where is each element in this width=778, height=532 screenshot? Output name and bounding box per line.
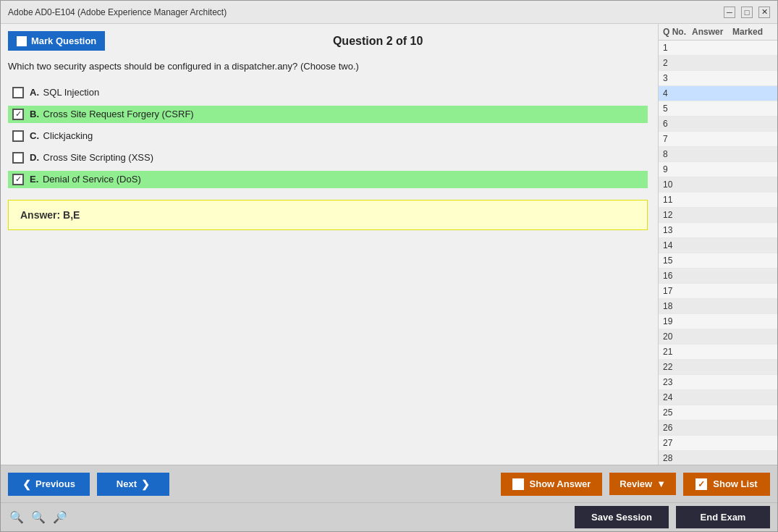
- session-buttons: Save Session End Exam: [575, 506, 770, 528]
- question-list-item-8[interactable]: 8: [659, 147, 777, 162]
- answer-box: Answer: B,E: [8, 200, 648, 230]
- qnum-15: 15: [663, 256, 692, 266]
- top-bar: Mark Question Question 2 of 10: [8, 31, 651, 51]
- previous-button[interactable]: ❮ Previous: [8, 473, 90, 496]
- qnum-17: 17: [663, 286, 692, 296]
- title-bar: Adobe AD0-E104 (Adobe Experience Manager…: [1, 1, 777, 24]
- option-c[interactable]: C. Clickjacking: [8, 127, 648, 145]
- question-list-item-1[interactable]: 1: [659, 41, 777, 56]
- question-list-item-14[interactable]: 14: [659, 238, 777, 253]
- option-c-text: C. Clickjacking: [30, 130, 93, 141]
- option-e-checkbox[interactable]: [12, 174, 24, 185]
- question-list-item-6[interactable]: 6: [659, 117, 777, 132]
- previous-label: Previous: [35, 478, 75, 489]
- option-b-text: B. Cross Site Request Forgery (CSRF): [30, 109, 194, 119]
- question-list-item-27[interactable]: 27: [659, 436, 777, 451]
- qnum-8: 8: [663, 149, 692, 159]
- question-list-item-28[interactable]: 28: [659, 451, 777, 465]
- mark-question-label: Mark Question: [31, 35, 96, 46]
- option-a[interactable]: A. SQL Injection: [8, 84, 648, 101]
- prev-arrow-icon: ❮: [22, 478, 31, 490]
- qnum-22: 22: [663, 362, 692, 372]
- show-list-button[interactable]: Show List: [683, 473, 770, 496]
- qnum-16: 16: [663, 271, 692, 281]
- mark-checkbox-icon: [17, 36, 27, 46]
- question-list-item-10[interactable]: 10: [659, 177, 777, 193]
- qnum-4: 4: [663, 88, 692, 98]
- question-list-item-12[interactable]: 12: [659, 208, 777, 223]
- question-list-item-17[interactable]: 17: [659, 284, 777, 299]
- option-b-checkbox[interactable]: [12, 109, 24, 120]
- option-e[interactable]: E. Denial of Service (DoS): [8, 171, 648, 188]
- end-exam-button[interactable]: End Exam: [676, 506, 770, 528]
- next-button[interactable]: Next ❯: [97, 473, 169, 496]
- qnum-11: 11: [663, 195, 692, 205]
- question-list-item-7[interactable]: 7: [659, 132, 777, 147]
- question-list[interactable]: 1234567891011121314151617181920212223242…: [659, 41, 777, 465]
- qnum-9: 9: [663, 164, 692, 174]
- right-panel: Q No. Answer Marked 12345678910111213141…: [658, 24, 777, 465]
- zoom-out-button[interactable]: 🔎: [51, 509, 69, 525]
- next-arrow-icon: ❯: [141, 478, 150, 490]
- qnum-10: 10: [663, 180, 692, 190]
- qnum-20: 20: [663, 332, 692, 342]
- show-list-check-icon: [695, 478, 707, 490]
- question-list-item-19[interactable]: 19: [659, 314, 777, 329]
- option-d[interactable]: D. Cross Site Scripting (XSS): [8, 149, 648, 166]
- question-list-item-21[interactable]: 21: [659, 345, 777, 360]
- qnum-25: 25: [663, 408, 692, 418]
- show-answer-button[interactable]: Show Answer: [501, 473, 603, 496]
- question-list-item-3[interactable]: 3: [659, 71, 777, 86]
- question-list-item-9[interactable]: 9: [659, 162, 777, 177]
- show-list-label: Show List: [713, 478, 757, 489]
- option-a-checkbox[interactable]: [12, 87, 24, 98]
- qnum-6: 6: [663, 119, 692, 129]
- bottom-session-bar: 🔍 🔍 🔎 Save Session End Exam: [1, 502, 777, 531]
- question-title: Question 2 of 10: [105, 35, 651, 48]
- end-exam-label: End Exam: [701, 512, 746, 523]
- option-d-checkbox[interactable]: [12, 152, 24, 164]
- question-list-item-4[interactable]: 4: [659, 86, 777, 101]
- zoom-in-button[interactable]: 🔍: [8, 509, 25, 525]
- question-list-item-18[interactable]: 18: [659, 299, 777, 314]
- qnum-14: 14: [663, 240, 692, 250]
- option-b[interactable]: B. Cross Site Request Forgery (CSRF): [8, 106, 648, 123]
- qnum-26: 26: [663, 423, 692, 433]
- col-answer: Answer: [692, 27, 732, 37]
- question-list-item-16[interactable]: 16: [659, 269, 777, 284]
- maximize-button[interactable]: □: [741, 7, 753, 18]
- review-button[interactable]: Review ▼: [609, 473, 676, 495]
- question-list-item-2[interactable]: 2: [659, 56, 777, 71]
- question-list-item-5[interactable]: 5: [659, 101, 777, 117]
- question-list-item-13[interactable]: 13: [659, 223, 777, 238]
- qnum-7: 7: [663, 134, 692, 144]
- main-content-area: Mark Question Question 2 of 10 Which two…: [1, 24, 777, 465]
- qnum-13: 13: [663, 225, 692, 235]
- question-list-item-26[interactable]: 26: [659, 421, 777, 436]
- question-list-item-25[interactable]: 25: [659, 405, 777, 421]
- zoom-reset-button[interactable]: 🔍: [30, 509, 47, 525]
- question-list-item-24[interactable]: 24: [659, 390, 777, 405]
- col-marked: Marked: [732, 27, 773, 37]
- option-c-checkbox[interactable]: [12, 130, 24, 142]
- qnum-18: 18: [663, 301, 692, 311]
- question-list-item-20[interactable]: 20: [659, 329, 777, 345]
- mark-question-button[interactable]: Mark Question: [8, 31, 105, 51]
- question-list-item-15[interactable]: 15: [659, 253, 777, 269]
- qnum-23: 23: [663, 377, 692, 387]
- window-title: Adobe AD0-E104 (Adobe Experience Manager…: [8, 7, 227, 17]
- question-list-item-23[interactable]: 23: [659, 375, 777, 390]
- minimize-button[interactable]: ─: [724, 7, 735, 18]
- question-text: Which two security aspects should be con…: [8, 59, 648, 74]
- save-session-button[interactable]: Save Session: [575, 506, 669, 528]
- show-answer-label: Show Answer: [530, 478, 591, 489]
- zoom-controls: 🔍 🔍 🔎: [8, 509, 69, 525]
- save-session-label: Save Session: [591, 512, 652, 523]
- question-list-item-11[interactable]: 11: [659, 193, 777, 208]
- qnum-12: 12: [663, 210, 692, 220]
- next-label: Next: [117, 478, 137, 489]
- close-button[interactable]: ✕: [758, 7, 770, 18]
- qnum-21: 21: [663, 347, 692, 357]
- question-list-item-22[interactable]: 22: [659, 360, 777, 375]
- col-qno: Q No.: [663, 27, 692, 37]
